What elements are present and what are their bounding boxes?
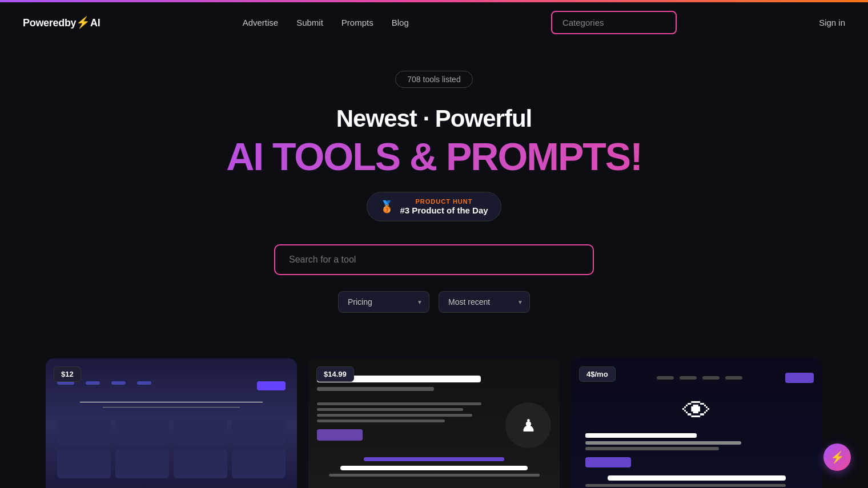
product-hunt-badge[interactable]: 🥉 PRODUCT HUNT #3 Product of the Day [367,192,501,221]
mock-cta [785,373,814,383]
mock-sub3b [585,447,719,450]
categories-input[interactable] [551,11,677,34]
floating-action-button[interactable]: ⚡ [823,443,851,471]
mock-nav-link [680,376,697,380]
filters-row: Pricing Free Paid Freemium Most recent O… [11,291,857,313]
logo[interactable]: Poweredby⚡AI [23,15,100,29]
tool-card-1[interactable]: $12 [46,358,297,488]
product-hunt-label: PRODUCT HUNT [400,198,488,205]
mock-lines [317,402,500,422]
mock-content: ♟ [317,402,551,448]
logo-text: Poweredby⚡AI [23,15,100,29]
search-container [274,244,594,275]
mock-grid-item [174,450,227,478]
card-1-screenshot [46,358,297,488]
mock-btn3 [585,457,631,467]
hero-section: 708 tools listed Newest · Powerful AI TO… [0,42,868,358]
mock-nav-item [111,381,126,385]
mock-cta-btn [257,381,286,390]
card-2-price: $14.99 [316,366,354,382]
mock-left [317,402,500,448]
mock-subheading [103,407,240,408]
bolt-icon: ⚡ [830,450,845,464]
tool-card-3[interactable]: 4$/mo 👁 [571,358,822,488]
card-1-price: $12 [54,366,81,382]
card-1-mock-nav [57,381,286,390]
mock-bottom-title [340,466,528,470]
mock-features-label [364,457,504,461]
mock-nav-link [702,376,720,380]
mock-nav-link [657,376,674,380]
search-input[interactable] [274,244,594,275]
mock-eye-icon: 👁 [580,394,814,427]
mock-grid [57,417,286,478]
sign-in-link[interactable]: Sign in [819,18,845,27]
pricing-filter-wrapper: Pricing Free Paid Freemium [338,291,429,313]
mock-bottom-desc [329,474,540,477]
mock-bottom [317,457,551,477]
logo-bolt: ⚡ [76,16,90,29]
mock-sub3 [585,441,741,445]
card-3-price: 4$/mo [579,366,616,382]
mock-grid-item [232,417,286,445]
tools-badge: 708 tools listed [395,71,472,88]
hero-subtitle: Newest · Powerful [11,105,857,132]
mock-line [317,414,472,417]
main-nav: Advertise Submit Prompts Blog [243,18,409,27]
mock-nav-item [86,381,100,385]
mock-nav-item [57,381,74,385]
mock-grid-item [115,417,169,445]
nav-prompts[interactable]: Prompts [341,18,373,27]
medal-icon: 🥉 [380,200,394,213]
logo-ai: AI [90,17,100,29]
mock-grid-item [174,417,227,445]
mock-line [317,402,481,405]
pricing-filter[interactable]: Pricing Free Paid Freemium [338,291,429,313]
mock-nav-link [725,376,742,380]
tool-card-2[interactable]: $14.99 ♟ [308,358,560,488]
header: Poweredby⚡AI Advertise Submit Prompts Bl… [0,2,868,42]
mock-line [317,420,445,422]
mock-grid-item [57,450,111,478]
mock-chess-icon: ♟ [505,402,551,448]
product-hunt-text: PRODUCT HUNT #3 Product of the Day [400,198,488,215]
nav-submit[interactable]: Submit [296,18,323,27]
mock-grid-item [232,450,286,478]
mock-btn [317,429,363,441]
mock-heading [80,402,263,402]
mock-card3-content [580,433,814,487]
product-hunt-rank: #3 Product of the Day [400,205,488,215]
mock-line [317,408,463,411]
mock-title3 [585,433,697,438]
cards-container: $12 $14.99 [23,358,845,488]
nav-advertise[interactable]: Advertise [243,18,279,27]
sort-filter-wrapper: Most recent Oldest Most popular [439,291,530,313]
mock-nav-links [657,376,742,380]
hero-title: AI TOOLS & PROMPTS! [11,137,857,176]
mock-grid-item [115,450,169,478]
mock-nav-item [137,381,151,385]
mock-bottom-desc3 [585,484,786,487]
mock-bottom-title3 [608,475,786,481]
sort-filter[interactable]: Most recent Oldest Most popular [439,291,530,313]
nav-blog[interactable]: Blog [392,18,409,27]
mock-grid-item [57,417,111,445]
mock-sub [317,387,434,391]
